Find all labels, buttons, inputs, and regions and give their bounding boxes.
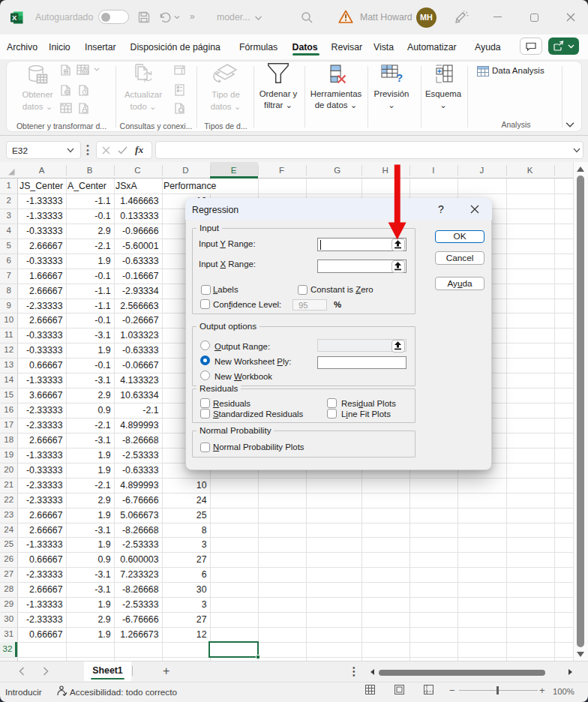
svg-text:X: X [12, 14, 17, 22]
svg-text:?: ? [396, 71, 403, 84]
